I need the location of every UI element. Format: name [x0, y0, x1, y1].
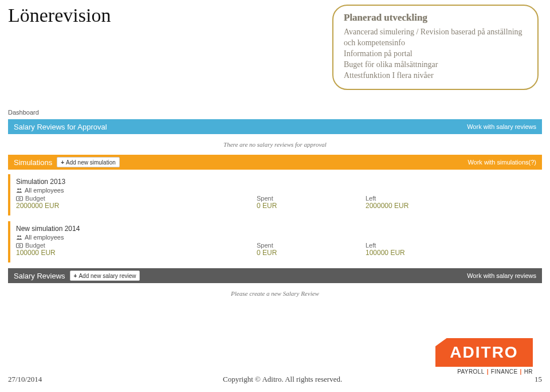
plus-icon: + — [61, 159, 64, 166]
footer: 27/10/2014 Copyright © Aditro. All right… — [8, 375, 542, 384]
left-value: 100000 EUR — [366, 249, 474, 257]
approval-empty-message: There are no salary reviews for approval — [8, 134, 542, 155]
svg-point-1 — [19, 188, 21, 190]
budget-icon — [16, 243, 23, 248]
simulation-card[interactable]: New simulation 2014 All employees Budget… — [8, 221, 542, 262]
callout-box: Planerad utveckling Avancerad simulering… — [332, 5, 539, 90]
dashboard: Dashboard Salary Reviews for Approval Wo… — [8, 109, 542, 304]
svg-rect-6 — [17, 244, 23, 248]
add-simulation-button[interactable]: + Add new simulation — [57, 157, 120, 167]
footer-page: 15 — [535, 375, 542, 384]
svg-point-7 — [19, 245, 21, 246]
svg-point-5 — [19, 235, 21, 237]
reviews-title: Salary Reviews — [14, 272, 65, 280]
callout-line: Avancerad simulering / Revision baserad … — [344, 27, 527, 49]
people-icon — [16, 187, 22, 194]
plus-icon: + — [74, 273, 77, 279]
spent-label: Spent — [257, 242, 366, 249]
left-label: Left — [366, 195, 474, 202]
reviews-empty-message: Please create a new Salary Review — [8, 283, 542, 304]
brand-tagline: PAYROLL|FINANCE|HR — [435, 369, 533, 375]
budget-label: Budget — [25, 195, 45, 202]
callout-heading: Planerad utveckling — [344, 11, 527, 25]
approval-bar: Salary Reviews for Approval Work with sa… — [8, 119, 542, 134]
simulations-link[interactable]: Work with simulations(?) — [467, 159, 536, 166]
budget-icon — [16, 196, 23, 201]
add-simulation-label: Add new simulation — [66, 159, 116, 166]
simulation-scope: All employees — [25, 187, 64, 194]
spent-value: 0 EUR — [257, 202, 366, 210]
brand-text: ADITRO — [450, 343, 518, 362]
add-review-label: Add new salary review — [78, 273, 136, 279]
svg-rect-2 — [17, 197, 23, 201]
callout-line: Information på portal — [344, 49, 527, 60]
budget-value: 100000 EUR — [16, 249, 257, 257]
callout-line: Attestfunktion I flera nivåer — [344, 70, 527, 81]
simulations-title: Simulations — [14, 158, 52, 167]
simulation-card[interactable]: Simulation 2013 All employees Budget 200… — [8, 174, 542, 215]
simulation-scope: All employees — [25, 234, 64, 241]
budget-label: Budget — [25, 242, 45, 249]
callout-line: Buget för olika målsättningar — [344, 60, 527, 70]
svg-point-4 — [17, 235, 19, 237]
reviews-link[interactable]: Work with salary reviews — [467, 272, 536, 279]
reviews-bar: Salary Reviews + Add new salary review W… — [8, 268, 542, 283]
approval-title: Salary Reviews for Approval — [14, 123, 107, 131]
left-label: Left — [366, 242, 474, 249]
brand-mark: ADITRO — [435, 338, 533, 367]
add-review-button[interactable]: + Add new salary review — [70, 271, 140, 281]
left-value: 2000000 EUR — [366, 202, 474, 210]
people-icon — [16, 234, 22, 241]
simulation-title: New simulation 2014 — [16, 225, 537, 233]
page-title: Lönerevision — [8, 5, 111, 26]
spent-value: 0 EUR — [257, 249, 366, 257]
footer-date: 27/10/2014 — [8, 375, 42, 384]
svg-point-3 — [19, 198, 21, 199]
svg-point-0 — [17, 188, 19, 190]
approval-link[interactable]: Work with salary reviews — [467, 123, 536, 130]
budget-value: 2000000 EUR — [16, 202, 257, 210]
simulation-title: Simulation 2013 — [16, 178, 537, 186]
dashboard-label: Dashboard — [8, 109, 542, 116]
footer-copyright: Copyright © Aditro. All rights reserved. — [42, 375, 523, 384]
simulations-bar: Simulations + Add new simulation Work wi… — [8, 155, 542, 170]
brand-logo: ADITRO PAYROLL|FINANCE|HR — [435, 338, 533, 375]
spent-label: Spent — [257, 195, 366, 202]
